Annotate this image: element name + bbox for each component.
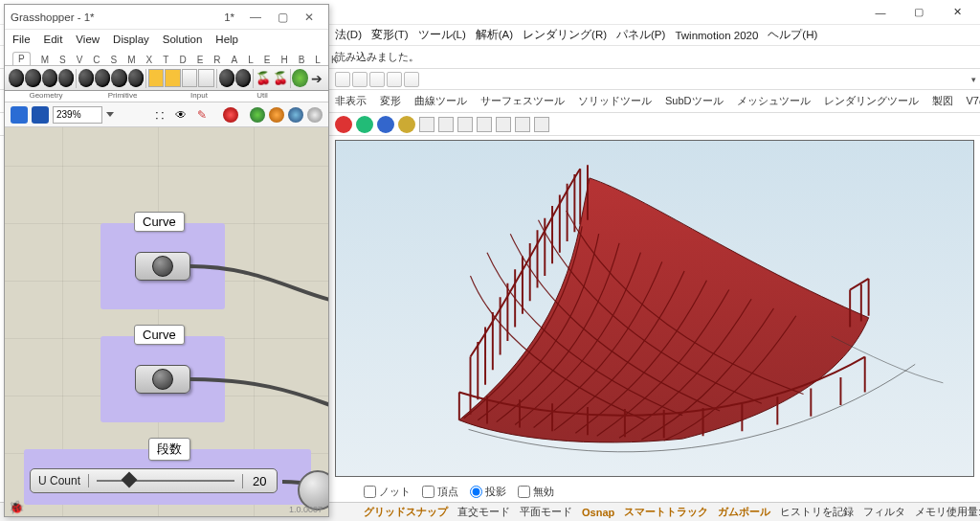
slider-track[interactable] [89,468,242,493]
gh-ribbon[interactable]: 🍒 🍒 ➔ [5,66,328,91]
status-ortho[interactable]: 直交モード [457,505,510,519]
shade-orb-icon[interactable] [288,107,303,123]
rhino-tab[interactable]: メッシュツール [737,94,811,108]
toolbar-button[interactable] [419,117,434,132]
slider-knob[interactable] [122,472,138,488]
toolbar-button[interactable] [477,117,492,132]
gh-maximize-button[interactable]: ▢ [269,9,296,26]
rhino-tab[interactable]: SubDツール [665,94,724,108]
ribbon-button[interactable] [148,69,165,87]
osnap-knot[interactable]: ノット [364,485,411,499]
rhino-menu-item[interactable]: 解析(A) [476,28,513,42]
gh-tab[interactable]: L [315,55,321,65]
gh-tab[interactable]: D [179,55,186,65]
rhino-tab[interactable]: 変形 [380,94,401,108]
rhino-menu-item[interactable]: 法(D) [335,28,362,42]
gh-menubar[interactable]: File Edit View Display Solution Help [5,30,328,49]
osnap-vertex[interactable]: 頂点 [422,485,458,499]
gh-canvas[interactable]: Curve Curve 段数 U Count 20 1.0.0007 🐞 [5,127,328,516]
gh-tab[interactable]: H [280,55,287,65]
rhino-menu-item[interactable]: パネル(P) [616,28,665,42]
ribbon-button[interactable] [198,69,214,87]
gh-tab[interactable]: E [264,55,271,65]
ribbon-orb-icon[interactable] [25,69,40,87]
preview-orb-icon[interactable] [223,107,238,123]
gh-tab[interactable]: V [77,55,83,65]
cherry-icon[interactable]: 🍒 [272,69,287,87]
gh-menu-file[interactable]: File [12,34,31,45]
shade-orb-icon[interactable] [307,107,323,123]
ribbon-orb-icon[interactable] [219,69,234,87]
osnap-project[interactable]: 投影 [470,485,506,499]
gh-number-slider[interactable]: U Count 20 [30,468,278,493]
toolbar-button[interactable] [496,117,511,132]
rhino-tab[interactable]: V7の新機能 [967,94,980,108]
rhino-menu-item[interactable]: ヘルプ(H) [768,28,817,42]
toolbar-button[interactable] [404,72,419,87]
ribbon-orb-icon[interactable] [111,69,126,87]
gh-tab[interactable]: B [299,55,305,65]
rhino-minimize-button[interactable]: — [861,1,900,24]
rhino-menu-item[interactable]: レンダリング(R) [523,28,607,42]
status-filter[interactable]: フィルタ [863,505,905,519]
ribbon-button[interactable] [165,69,181,87]
gh-tab[interactable]: T [163,55,168,65]
arrow-right-icon[interactable]: ➔ [309,69,324,87]
rhino-close-button[interactable]: ✕ [938,1,976,24]
status-gridsnap[interactable]: グリッドスナップ [364,505,448,519]
gh-close-button[interactable]: ✕ [296,9,323,26]
eye-icon[interactable]: 👁 [172,106,189,124]
rhino-menu-item[interactable]: 変形(T) [371,28,409,42]
rhino-tab[interactable]: 製図 [932,94,953,108]
toolbar-button[interactable] [387,72,402,87]
gh-tab[interactable]: E [197,55,204,65]
gh-menu-display[interactable]: Display [113,34,149,45]
rhino-tab[interactable]: レンダリングツール [824,94,919,108]
gh-markov-icon[interactable]: 🐞 [9,500,24,514]
rhino-maximize-button[interactable]: ▢ [900,1,938,24]
gh-scribble-label[interactable]: 段数 [148,438,190,461]
save-file-icon[interactable] [32,106,49,124]
gh-tab[interactable]: S [111,55,118,65]
gh-tab[interactable]: M [127,55,135,65]
open-file-icon[interactable] [11,106,28,124]
gh-menu-solution[interactable]: Solution [163,34,203,45]
ribbon-button[interactable] [182,69,198,87]
shade-mode-icon[interactable] [377,116,394,133]
gh-tab[interactable]: M [41,55,49,65]
toolbar-button[interactable] [457,117,473,132]
gh-curve-param[interactable] [135,252,190,281]
gh-tab[interactable]: L [248,55,254,65]
selection-icon[interactable]: ⸬ [151,106,168,124]
status-planar[interactable]: 平面モード [520,505,572,519]
rhino-menu-item[interactable]: ツール(L) [418,28,466,42]
toolbar-button[interactable] [369,72,385,87]
ribbon-orb-icon[interactable] [42,69,57,87]
gh-tab[interactable]: P [12,52,31,65]
status-history[interactable]: ヒストリを記録 [780,505,854,519]
gh-menu-view[interactable]: View [76,34,100,45]
gh-menu-help[interactable]: Help [215,34,238,45]
rhino-tab[interactable]: ソリッドツール [578,94,652,108]
shade-mode-icon[interactable] [398,116,415,133]
gh-tab[interactable]: S [59,55,66,65]
slider-value[interactable]: 20 [242,474,276,488]
osnap-disable[interactable]: 無効 [518,485,554,499]
rhino-menu-item[interactable]: Twinmotion 2020 [675,30,758,41]
ribbon-orb-icon[interactable] [235,69,251,87]
gh-canvas-toolbar[interactable]: ⸬ 👁 ✎ [5,102,328,127]
gh-scribble-label[interactable]: Curve [134,325,185,345]
toolbar-button[interactable] [438,117,454,132]
cherry-icon[interactable]: 🍒 [256,69,271,87]
dropdown-icon[interactable]: ▾ [967,73,980,86]
ribbon-orb-icon[interactable] [78,69,94,87]
gh-tab[interactable]: C [93,55,100,65]
gh-tab[interactable]: R [213,55,220,65]
gh-titlebar[interactable]: Grasshopper - 1* 1* — ▢ ✕ [5,5,328,30]
rhino-tab[interactable]: 曲線ツール [414,94,467,108]
toolbar-button[interactable] [352,72,368,87]
dropdown-icon[interactable] [106,112,114,117]
zoom-input[interactable] [53,106,102,124]
gh-tab[interactable]: A [232,55,238,65]
rhino-tab[interactable]: 非表示 [335,94,367,108]
